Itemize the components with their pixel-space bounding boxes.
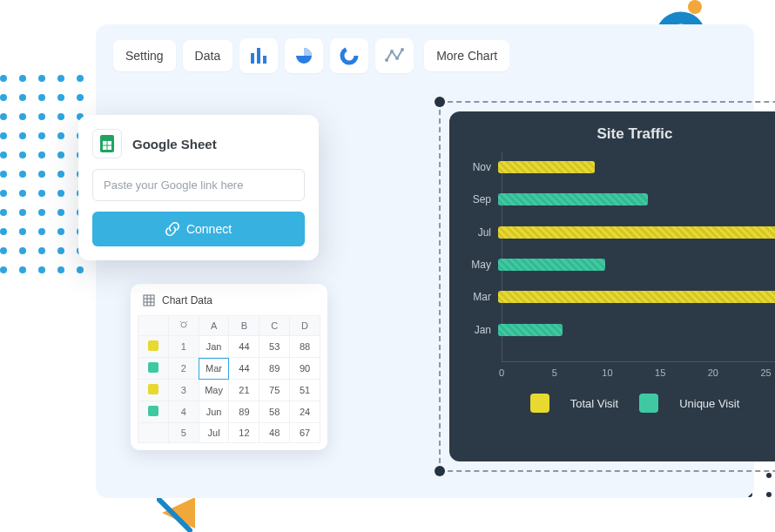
google-sheet-card: Google Sheet Connect xyxy=(78,115,319,260)
x-tick-label: 5 xyxy=(552,367,557,378)
svg-point-6 xyxy=(342,49,356,63)
y-tick-label: Mar xyxy=(463,291,498,303)
bar-chart-icon[interactable] xyxy=(239,38,278,73)
bar-unique-visit xyxy=(498,324,563,336)
resize-handle-tl[interactable] xyxy=(435,97,445,107)
setting-tab[interactable]: Setting xyxy=(113,40,176,71)
bar-total-visit xyxy=(498,291,775,303)
table-icon xyxy=(143,294,155,306)
link-icon xyxy=(165,222,179,236)
resize-handle-bl[interactable] xyxy=(435,466,445,476)
y-tick-label: Sep xyxy=(463,193,498,205)
chart-canvas: Site Traffic NovSepJulMayMarJan051015202… xyxy=(449,111,775,461)
refresh-icon[interactable] xyxy=(168,316,199,336)
x-tick-label: 0 xyxy=(499,367,504,378)
svg-rect-5 xyxy=(263,56,266,64)
decorative-dots-left xyxy=(0,75,84,273)
svg-point-0 xyxy=(688,0,702,14)
table-row[interactable]: 3May217551 xyxy=(138,380,320,401)
y-tick-label: May xyxy=(463,259,498,271)
svg-point-8 xyxy=(390,50,394,53)
legend-label-unique-visit: Unique Visit xyxy=(679,397,739,410)
y-tick-label: Nov xyxy=(463,161,498,173)
google-link-input[interactable] xyxy=(92,169,305,201)
chart-data-table[interactable]: ABCD1Jan4453882Mar4489903May2175514Jun89… xyxy=(138,315,320,443)
table-row[interactable]: 5Jul124867 xyxy=(138,423,320,443)
google-sheet-title: Google Sheet xyxy=(132,137,217,152)
connect-button[interactable]: Connect xyxy=(92,212,305,246)
chart-title: Site Traffic xyxy=(463,125,775,143)
x-axis xyxy=(502,361,775,362)
table-row[interactable]: 2Mar448990 xyxy=(138,358,320,380)
bar-unique-visit xyxy=(498,259,605,271)
data-tab[interactable]: Data xyxy=(183,40,233,71)
svg-point-7 xyxy=(385,58,388,62)
svg-rect-3 xyxy=(251,53,254,64)
table-row[interactable]: 1Jan445388 xyxy=(138,336,320,358)
y-tick-label: Jan xyxy=(463,324,498,336)
y-tick-label: Jul xyxy=(463,226,498,239)
google-sheet-icon xyxy=(92,129,122,158)
connect-label: Connect xyxy=(186,222,232,236)
decorative-triangle-icon xyxy=(157,494,200,532)
legend-swatch-unique-visit xyxy=(639,394,658,413)
chart-plot-area: NovSepJulMayMarJan0510152025 xyxy=(463,152,775,378)
chart-data-title: Chart Data xyxy=(162,294,212,306)
table-row[interactable]: 4Jun895824 xyxy=(138,401,320,423)
chart-selection-frame[interactable]: Site Traffic NovSepJulMayMarJan051015202… xyxy=(439,101,775,472)
x-tick-label: 10 xyxy=(602,367,612,378)
bar-total-visit xyxy=(498,161,595,173)
bar-total-visit xyxy=(498,226,775,239)
svg-point-10 xyxy=(401,48,404,51)
donut-chart-icon[interactable] xyxy=(330,38,368,73)
legend-label-total-visit: Total Visit xyxy=(570,397,618,410)
svg-marker-1 xyxy=(162,497,195,529)
legend-swatch-total-visit xyxy=(530,394,549,413)
x-tick-label: 20 xyxy=(708,367,718,378)
svg-rect-4 xyxy=(257,48,260,64)
pie-chart-icon[interactable] xyxy=(285,38,323,73)
svg-rect-15 xyxy=(144,295,154,306)
bar-unique-visit xyxy=(498,193,648,205)
line-chart-icon[interactable] xyxy=(375,38,414,73)
x-tick-label: 15 xyxy=(655,367,665,378)
toolbar: Setting Data More Chart xyxy=(113,38,737,73)
chart-data-card: Chart Data ABCD1Jan4453882Mar4489903May2… xyxy=(131,284,327,450)
svg-point-9 xyxy=(395,57,399,60)
chart-legend: Total Visit Unique Visit xyxy=(463,394,775,413)
more-chart-button[interactable]: More Chart xyxy=(424,40,509,71)
x-tick-label: 25 xyxy=(760,367,771,378)
